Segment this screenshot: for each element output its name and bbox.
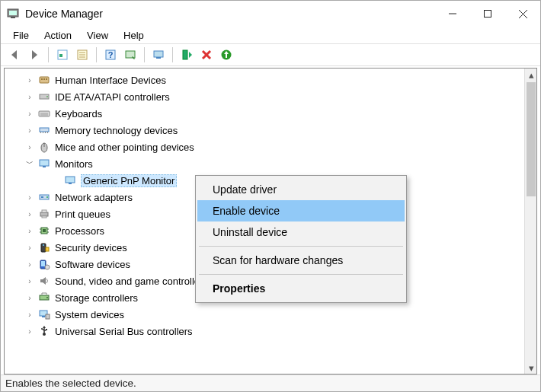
scroll-thumb[interactable] bbox=[527, 82, 536, 196]
printer-icon bbox=[38, 208, 50, 220]
svg-rect-63 bbox=[41, 261, 45, 266]
network-icon bbox=[38, 191, 50, 203]
tree-node-label: Print queues bbox=[55, 209, 110, 220]
chevron-right-icon[interactable]: › bbox=[24, 242, 35, 253]
maximize-button[interactable] bbox=[470, 1, 505, 27]
back-button[interactable] bbox=[5, 46, 24, 64]
svg-marker-22 bbox=[189, 52, 192, 58]
tree-node-label: Software devices bbox=[55, 259, 130, 270]
svg-rect-61 bbox=[46, 247, 49, 251]
device-tree-pane: ›Human Interface Devices›IDE ATA/ATAPI c… bbox=[4, 68, 537, 374]
menu-action[interactable]: Action bbox=[37, 28, 79, 43]
tree-leaf-label: Generic PnP Monitor bbox=[81, 174, 177, 187]
tree-node-label: Monitors bbox=[55, 158, 93, 170]
svg-rect-52 bbox=[42, 216, 46, 218]
security-icon bbox=[38, 241, 50, 253]
svg-rect-45 bbox=[66, 177, 75, 183]
chevron-right-icon[interactable]: › bbox=[24, 75, 35, 85]
tree-node[interactable]: ›Keyboards bbox=[11, 105, 524, 122]
show-hidden-button[interactable] bbox=[53, 46, 72, 64]
scan-hardware-button[interactable] bbox=[121, 46, 139, 64]
system-icon bbox=[38, 308, 50, 320]
uninstall-button[interactable] bbox=[217, 46, 235, 64]
menu-view[interactable]: View bbox=[79, 28, 116, 43]
svg-marker-77 bbox=[43, 326, 46, 328]
svg-rect-10 bbox=[59, 54, 62, 57]
update-driver-button[interactable] bbox=[149, 46, 168, 64]
chevron-right-icon[interactable]: › bbox=[24, 142, 35, 152]
help-button[interactable]: ? bbox=[101, 46, 120, 64]
window-title: Device Manager bbox=[25, 8, 103, 20]
context-menu-item[interactable]: Properties bbox=[197, 278, 405, 299]
tree-node-label: Mice and other pointing devices bbox=[55, 142, 194, 153]
toolbar-separator bbox=[96, 47, 97, 62]
context-menu-item[interactable]: Uninstall device bbox=[197, 221, 405, 243]
chevron-right-icon[interactable]: › bbox=[24, 125, 35, 135]
svg-rect-29 bbox=[43, 78, 45, 80]
tree-node[interactable]: ›Human Interface Devices bbox=[11, 72, 524, 88]
monitor-icon bbox=[38, 158, 50, 170]
properties-pane-button[interactable] bbox=[73, 46, 91, 64]
svg-marker-65 bbox=[40, 277, 46, 285]
tree-node[interactable]: ﹀Monitors bbox=[11, 155, 524, 172]
sound-icon bbox=[38, 275, 50, 287]
software-icon bbox=[38, 258, 50, 270]
enable-device-button[interactable] bbox=[178, 46, 196, 64]
keyboard-icon bbox=[38, 107, 50, 120]
chevron-right-icon[interactable]: › bbox=[24, 292, 35, 303]
chevron-right-icon[interactable]: › bbox=[24, 91, 35, 102]
toolbar-separator bbox=[144, 47, 145, 62]
menu-file[interactable]: File bbox=[5, 28, 37, 43]
close-button[interactable] bbox=[505, 1, 540, 27]
titlebar: Device Manager bbox=[1, 1, 540, 27]
svg-point-67 bbox=[46, 297, 48, 298]
tree-node-label: Storage controllers bbox=[55, 292, 138, 304]
svg-rect-17 bbox=[126, 51, 135, 58]
context-menu-item[interactable]: Update driver bbox=[197, 179, 405, 200]
tree-node-label: Memory technology devices bbox=[55, 125, 178, 136]
svg-rect-46 bbox=[69, 183, 72, 184]
tree-node[interactable]: ›Memory technology devices bbox=[11, 122, 524, 139]
chevron-right-icon[interactable]: › bbox=[24, 259, 35, 269]
svg-marker-8 bbox=[32, 50, 37, 59]
scroll-up-icon[interactable]: ▴ bbox=[525, 69, 537, 81]
chevron-right-icon[interactable]: › bbox=[24, 225, 35, 236]
svg-point-32 bbox=[46, 96, 48, 97]
svg-rect-40 bbox=[47, 132, 48, 133]
svg-rect-69 bbox=[42, 316, 45, 317]
context-menu-item[interactable]: Scan for hardware changes bbox=[197, 250, 405, 271]
chevron-right-icon[interactable]: › bbox=[24, 209, 35, 219]
disable-device-button[interactable] bbox=[197, 46, 216, 64]
chevron-right-icon[interactable]: › bbox=[24, 192, 35, 202]
tree-node[interactable]: ›System devices bbox=[11, 306, 524, 323]
menu-help[interactable]: Help bbox=[116, 28, 152, 43]
chevron-right-icon[interactable]: › bbox=[24, 276, 35, 286]
svg-rect-30 bbox=[46, 78, 47, 80]
minimize-button[interactable] bbox=[435, 1, 470, 27]
storage-icon bbox=[38, 292, 50, 304]
chevron-right-icon[interactable]: › bbox=[24, 326, 35, 336]
memory-icon bbox=[38, 124, 50, 136]
tree-node[interactable]: ›IDE ATA/ATAPI controllers bbox=[11, 88, 524, 105]
chevron-right-icon[interactable]: › bbox=[24, 309, 35, 320]
svg-rect-38 bbox=[43, 132, 43, 133]
svg-point-60 bbox=[43, 244, 44, 246]
menubar: File Action View Help bbox=[1, 27, 540, 43]
svg-rect-1 bbox=[9, 11, 17, 15]
svg-rect-50 bbox=[40, 212, 48, 216]
svg-rect-4 bbox=[485, 11, 491, 18]
context-menu-item[interactable]: Enable device bbox=[197, 200, 405, 221]
status-text: Enables the selected device. bbox=[5, 378, 136, 389]
tree-node[interactable]: ›Universal Serial Bus controllers bbox=[11, 323, 524, 339]
chevron-down-icon[interactable]: ﹀ bbox=[24, 158, 35, 169]
context-menu: Update driverEnable deviceUninstall devi… bbox=[195, 175, 407, 303]
vertical-scrollbar[interactable]: ▴ ▾ bbox=[524, 69, 536, 374]
svg-rect-28 bbox=[41, 78, 43, 80]
tree-node[interactable]: ›Mice and other pointing devices bbox=[11, 139, 524, 155]
toolbar-separator bbox=[172, 47, 173, 62]
scroll-down-icon[interactable]: ▾ bbox=[525, 362, 537, 374]
chevron-right-icon[interactable]: › bbox=[24, 108, 35, 119]
context-menu-separator bbox=[199, 274, 403, 275]
svg-rect-2 bbox=[11, 17, 15, 18]
forward-button[interactable] bbox=[25, 46, 43, 64]
